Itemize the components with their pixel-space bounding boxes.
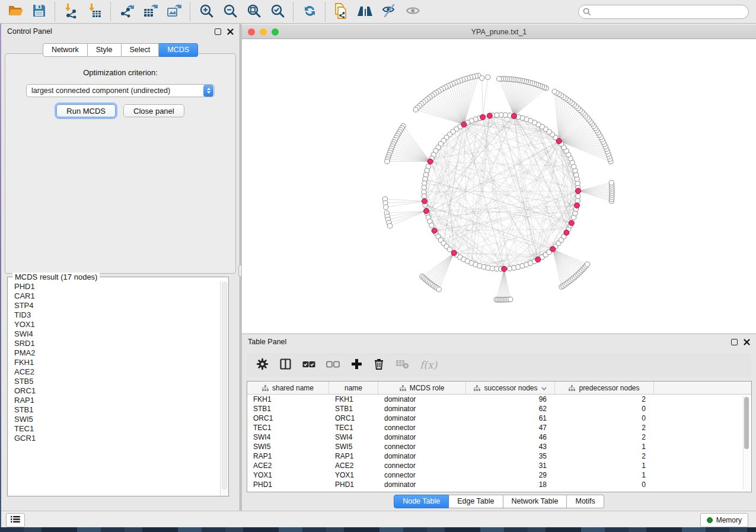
copy-network-button[interactable] [330, 2, 353, 22]
task-history-button[interactable] [6, 513, 25, 527]
mcds-node[interactable] [550, 246, 556, 252]
network-window-titlebar[interactable]: YPA_prune.txt_1 [242, 25, 756, 39]
tab-network-table[interactable]: Network Table [503, 495, 567, 508]
tab-network[interactable]: Network [43, 43, 88, 57]
show-all-button[interactable] [401, 2, 425, 22]
mcds-node[interactable] [564, 230, 569, 235]
mcds-node[interactable] [575, 203, 580, 208]
network-node[interactable] [384, 205, 388, 210]
zoom-selected-button[interactable] [266, 2, 289, 22]
mcds-node[interactable] [487, 113, 492, 118]
table-row[interactable]: SWI5SWI5connector431 [247, 442, 751, 451]
column-chooser-button[interactable] [279, 358, 292, 372]
mcds-node[interactable] [576, 188, 581, 194]
table-settings-button[interactable] [256, 358, 269, 372]
tab-style[interactable]: Style [88, 43, 122, 57]
search-input[interactable] [578, 5, 749, 19]
close-panel-icon[interactable] [227, 28, 234, 35]
float-panel-icon[interactable] [731, 339, 738, 345]
add-column-button[interactable] [351, 358, 362, 371]
mcds-result-item[interactable]: STB5 [8, 377, 221, 386]
table-row[interactable]: TEC1TEC1connector472 [247, 423, 751, 432]
import-table-button[interactable] [83, 2, 107, 22]
table-row[interactable]: STB1STB1dominator620 [247, 404, 751, 414]
table-row[interactable]: ACE2ACE2connector311 [247, 461, 751, 470]
close-panel-button[interactable]: Close panel [123, 104, 184, 117]
column-header-MCDS-role[interactable]: MCDS role [378, 382, 466, 394]
tab-select[interactable]: Select [122, 43, 160, 57]
mcds-result-item[interactable]: TEC1 [8, 424, 221, 434]
hide-selected-button[interactable] [377, 2, 401, 22]
network-node[interactable] [508, 297, 513, 302]
mcds-result-item[interactable]: PMA2 [8, 348, 221, 358]
mcds-result-list[interactable]: PHD1CAR1STP4TID3YOX1SWI4SRD1PMA2FKH1ACE2… [8, 282, 221, 495]
tab-mcds[interactable]: MCDS [159, 43, 198, 57]
network-canvas[interactable] [242, 39, 756, 334]
first-neighbors-button[interactable] [353, 2, 377, 22]
mcds-result-item[interactable]: PHD1 [8, 282, 221, 291]
close-panel-icon[interactable] [744, 339, 750, 345]
zoom-in-button[interactable] [194, 2, 218, 22]
network-node[interactable] [576, 194, 580, 198]
network-node[interactable] [552, 89, 557, 94]
mcds-node[interactable] [535, 257, 541, 262]
column-header-predecessor-nodes[interactable]: predecessor nodes [555, 382, 654, 394]
mcds-node[interactable] [461, 122, 467, 127]
mcds-result-item[interactable]: SWI4 [8, 329, 221, 339]
tab-motifs[interactable]: Motifs [567, 495, 604, 508]
table-scrollbar[interactable] [743, 396, 750, 489]
mcds-node[interactable] [569, 220, 574, 226]
deselect-all-rows-button[interactable] [326, 361, 340, 370]
column-header-name[interactable]: name [329, 382, 378, 394]
save-session-button[interactable] [27, 2, 51, 22]
mcds-node[interactable] [428, 159, 433, 164]
mcds-result-item[interactable]: STB1 [8, 405, 221, 415]
mcds-result-item[interactable]: STP4 [8, 301, 221, 310]
refresh-layout-button[interactable] [298, 2, 321, 22]
network-node[interactable] [385, 159, 390, 164]
export-table-button[interactable] [139, 2, 162, 22]
table-row[interactable]: PHD1PHD1dominator180 [247, 480, 751, 489]
export-network-button[interactable] [115, 2, 139, 22]
network-node[interactable] [413, 107, 418, 112]
mcds-result-item[interactable]: SWI5 [8, 415, 221, 424]
network-node[interactable] [436, 287, 441, 291]
network-node[interactable] [447, 247, 452, 252]
tab-node-table[interactable]: Node Table [394, 495, 449, 508]
network-node[interactable] [497, 76, 502, 81]
network-node[interactable] [585, 262, 589, 267]
criterion-select[interactable]: largest connected component (undirected) [26, 84, 215, 97]
export-image-button[interactable] [162, 2, 186, 22]
mcds-result-item[interactable]: ORC1 [8, 386, 221, 396]
mcds-result-item[interactable]: GCR1 [8, 434, 221, 443]
mcds-result-item[interactable]: RAP1 [8, 396, 221, 405]
float-panel-icon[interactable] [215, 28, 221, 35]
network-node[interactable] [388, 223, 393, 228]
zoom-fit-button[interactable] [242, 2, 266, 22]
network-node[interactable] [429, 223, 434, 227]
delete-column-button[interactable] [373, 358, 385, 372]
mcds-result-item[interactable]: SRD1 [8, 339, 221, 348]
import-network-button[interactable] [59, 2, 83, 22]
function-builder-button[interactable]: f(x) [420, 359, 437, 371]
table-row[interactable]: ORC1ORC1dominator610 [247, 414, 751, 423]
node-table[interactable]: shared namenameMCDS rolesuccessor nodesp… [247, 381, 752, 492]
mcds-result-item[interactable]: TID3 [8, 310, 221, 320]
clear-table-button[interactable] [395, 359, 409, 371]
run-mcds-button[interactable]: Run MCDS [56, 104, 116, 117]
mcds-node[interactable] [502, 266, 507, 271]
mcds-node[interactable] [451, 251, 457, 256]
mcds-result-item[interactable]: ACE2 [8, 367, 221, 377]
network-node[interactable] [422, 194, 426, 198]
memory-button[interactable]: Memory [700, 513, 748, 527]
network-node[interactable] [480, 76, 484, 81]
mcds-result-item[interactable]: CAR1 [8, 291, 221, 301]
mcds-result-scrollbar[interactable] [220, 281, 228, 496]
table-row[interactable]: FKH1FKH1dominator962 [247, 395, 751, 404]
mcds-node[interactable] [480, 114, 486, 120]
mcds-node[interactable] [556, 139, 562, 144]
table-row[interactable]: YOX1YOX1connector291 [247, 470, 751, 480]
table-row[interactable]: SWI4SWI4dominator462 [247, 432, 751, 442]
network-node[interactable] [609, 180, 614, 185]
mcds-node[interactable] [511, 113, 516, 118]
